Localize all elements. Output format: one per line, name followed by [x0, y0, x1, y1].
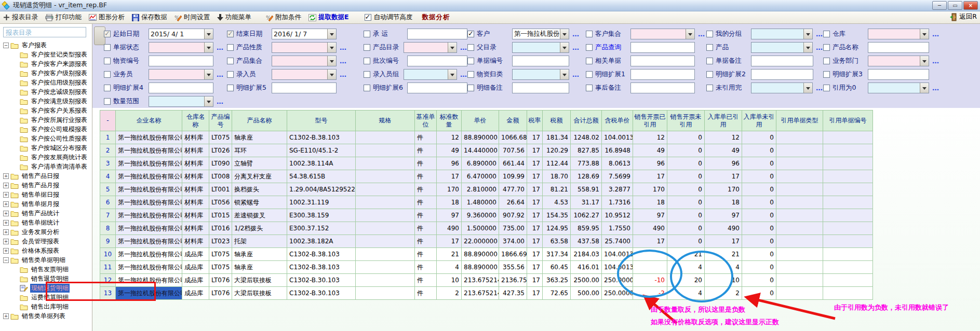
table-cell[interactable]: 第一拖拉机股份有限公司	[116, 222, 182, 235]
filter-checkbox-引用为0[interactable]	[823, 85, 830, 91]
table-cell[interactable]: 14.440000	[462, 144, 499, 157]
table-cell[interactable]: 1002.38.114A	[287, 157, 356, 170]
tree-item-价格体系报表[interactable]: +价格体系报表	[1, 246, 91, 255]
filter-checkbox-父目录[interactable]	[467, 44, 474, 51]
table-cell[interactable]: 材料库	[182, 170, 209, 183]
column-header-合计总额[interactable]: 合计总额	[571, 111, 602, 131]
table-cell[interactable]: 件	[415, 196, 437, 209]
filter-input-产品查询[interactable]	[630, 42, 695, 53]
table-cell[interactable]: 104.0013	[602, 131, 633, 144]
table-cell[interactable]: 170	[437, 183, 462, 196]
filter-dropdown-父目录[interactable]	[512, 42, 569, 53]
filter-more-button-录入员组[interactable]: …	[460, 71, 467, 78]
table-cell[interactable]: 17	[527, 248, 543, 261]
filter-dropdown-数量范围[interactable]	[149, 96, 213, 107]
table-cell[interactable]: 2184.03	[571, 248, 602, 261]
table-cell[interactable]: 件	[415, 235, 437, 248]
table-cell[interactable]: 49	[437, 144, 462, 157]
table-cell[interactable]: 31.17	[571, 196, 602, 209]
tree-item-客户按登记类型报表[interactable]: 客户按登记类型报表	[1, 50, 91, 59]
column-header-selector[interactable]: -	[100, 111, 116, 131]
table-cell[interactable]: 25.7400	[602, 235, 633, 248]
table-cell[interactable]: 0	[742, 196, 776, 209]
table-cell[interactable]: 差速锁拨叉	[232, 209, 287, 222]
table-cell[interactable]: 轴承座	[232, 131, 287, 144]
table-cell[interactable]: 材料库	[182, 196, 209, 209]
table-cell[interactable]: 3.2877	[602, 183, 633, 196]
table-cell[interactable]: 12	[633, 131, 667, 144]
table-cell[interactable]: LT015	[209, 209, 232, 222]
table-cell[interactable]: 213.675214	[462, 274, 499, 287]
filter-checkbox-产品性质[interactable]	[227, 44, 234, 51]
column-header-单价[interactable]: 单价	[462, 111, 499, 131]
table-cell[interactable]: 0	[742, 157, 776, 170]
table-cell[interactable]: 件	[415, 131, 437, 144]
table-cell[interactable]: 0	[667, 131, 705, 144]
table-cell[interactable]: 1002.38.182A	[287, 235, 356, 248]
filter-checkbox-产品目录[interactable]	[364, 44, 370, 51]
table-cell[interactable]: 0	[667, 196, 705, 209]
dropdown-arrow-icon[interactable]	[560, 70, 569, 79]
table-cell[interactable]: 17	[633, 170, 667, 183]
table-cell[interactable]: 成品库	[182, 261, 209, 274]
toolbar-button-保存数据[interactable]: 保存数据	[132, 13, 167, 22]
table-cell[interactable]: 成品库	[182, 287, 209, 300]
tree-item-销售退货明细[interactable]: 销售退货明细	[1, 274, 91, 283]
filter-checkbox-产品[interactable]	[706, 44, 713, 51]
tree-item-客户按公司性质报表[interactable]: 客户按公司性质报表	[1, 134, 91, 143]
table-cell[interactable]: 18	[437, 196, 462, 209]
dropdown-arrow-icon[interactable]	[327, 29, 336, 39]
table-cell[interactable]: 735.00	[499, 222, 527, 235]
table-cell[interactable]: 大梁后联接板	[232, 287, 287, 300]
table-cell[interactable]: 661.44	[499, 157, 527, 170]
expand-box-icon[interactable]: +	[3, 220, 9, 226]
expand-box-icon[interactable]: +	[3, 229, 9, 235]
tree-item-销售单据统计[interactable]: +销售单据统计	[1, 218, 91, 227]
table-cell[interactable]: LT026	[209, 144, 232, 157]
table-cell[interactable]	[776, 248, 823, 261]
table-cell[interactable]: LT056	[209, 196, 232, 209]
table-cell[interactable]: 427.35	[499, 287, 527, 300]
table-cell[interactable]: 170	[705, 183, 742, 196]
column-header-型号[interactable]: 型号	[287, 111, 356, 131]
table-cell[interactable]: LT076	[209, 287, 232, 300]
filter-checkbox-明细备注[interactable]	[467, 85, 474, 91]
filter-dropdown-产品性质[interactable]	[272, 42, 337, 53]
table-cell[interactable]: 0	[667, 222, 705, 235]
collapse-box-icon[interactable]: −	[3, 257, 9, 263]
table-cell[interactable]: 250.0000	[602, 287, 633, 300]
filter-checkbox-未引用完[interactable]	[706, 85, 713, 91]
toolbar-button-报表目录[interactable]: 报表目录	[3, 13, 38, 22]
filter-dropdown-产品[interactable]	[751, 42, 813, 53]
tree-item-销售出库明细[interactable]: 销售出库明细	[1, 302, 91, 311]
dropdown-arrow-icon[interactable]	[204, 70, 213, 79]
filter-checkbox-录入员[interactable]	[227, 71, 234, 78]
table-cell[interactable]: 耳环	[232, 144, 287, 157]
table-cell[interactable]: 416.01	[571, 261, 602, 274]
column-header-税率[interactable]: 税率	[527, 111, 543, 131]
table-cell[interactable]: 1.7550	[602, 222, 633, 235]
table-cell[interactable]: 17	[527, 222, 543, 235]
table-cell[interactable]: 第一拖拉机股份有限公司	[116, 248, 182, 261]
column-header-销售开票已引用[interactable]: 销售开票已引用	[633, 111, 667, 131]
toolbar-button-时间设置[interactable]: %时间设置	[174, 13, 210, 22]
table-cell[interactable]: 49	[705, 144, 742, 157]
dropdown-arrow-icon[interactable]	[327, 56, 336, 66]
table-cell[interactable]: 12	[437, 131, 462, 144]
table-cell[interactable]: 355.56	[499, 261, 527, 274]
dropdown-arrow-icon[interactable]	[803, 43, 812, 52]
filter-more-button-单据状态[interactable]: …	[217, 44, 224, 51]
filter-input-明细扩展6[interactable]	[407, 82, 467, 93]
filter-checkbox-明细扩展2[interactable]	[706, 71, 713, 78]
table-cell[interactable]	[823, 131, 873, 144]
table-cell[interactable]: 477.70	[499, 183, 527, 196]
table-cell[interactable]: LT076	[209, 274, 232, 287]
table-cell[interactable]	[776, 157, 823, 170]
row-number-cell[interactable]: 1	[100, 131, 116, 144]
table-cell[interactable]: 97	[437, 209, 462, 222]
table-cell[interactable]: 8.0613	[602, 157, 633, 170]
filter-checkbox-客户[interactable]	[467, 31, 474, 37]
tree-item-客户报表[interactable]: −客户报表	[1, 40, 91, 50]
table-cell[interactable]: LT008	[209, 170, 232, 183]
row-number-cell[interactable]: 13	[100, 287, 116, 300]
